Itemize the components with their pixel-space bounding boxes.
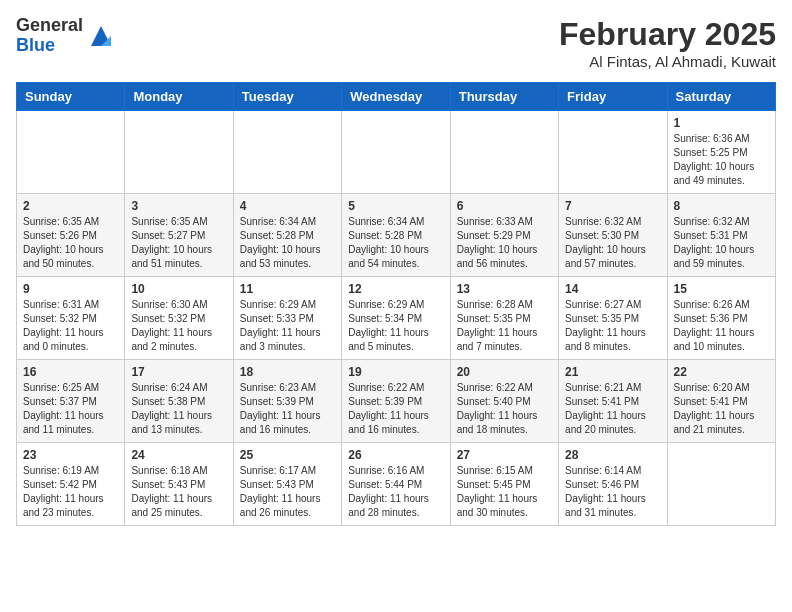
calendar-cell: 7Sunrise: 6:32 AM Sunset: 5:30 PM Daylig… — [559, 194, 667, 277]
day-number: 5 — [348, 199, 443, 213]
month-title: February 2025 — [559, 16, 776, 53]
day-info: Sunrise: 6:32 AM Sunset: 5:31 PM Dayligh… — [674, 215, 769, 271]
day-info: Sunrise: 6:34 AM Sunset: 5:28 PM Dayligh… — [240, 215, 335, 271]
day-info: Sunrise: 6:26 AM Sunset: 5:36 PM Dayligh… — [674, 298, 769, 354]
day-info: Sunrise: 6:35 AM Sunset: 5:26 PM Dayligh… — [23, 215, 118, 271]
calendar-cell: 23Sunrise: 6:19 AM Sunset: 5:42 PM Dayli… — [17, 443, 125, 526]
day-number: 21 — [565, 365, 660, 379]
day-info: Sunrise: 6:32 AM Sunset: 5:30 PM Dayligh… — [565, 215, 660, 271]
day-number: 15 — [674, 282, 769, 296]
day-info: Sunrise: 6:24 AM Sunset: 5:38 PM Dayligh… — [131, 381, 226, 437]
week-row-2: 9Sunrise: 6:31 AM Sunset: 5:32 PM Daylig… — [17, 277, 776, 360]
calendar-cell: 27Sunrise: 6:15 AM Sunset: 5:45 PM Dayli… — [450, 443, 558, 526]
day-info: Sunrise: 6:15 AM Sunset: 5:45 PM Dayligh… — [457, 464, 552, 520]
day-number: 28 — [565, 448, 660, 462]
day-info: Sunrise: 6:17 AM Sunset: 5:43 PM Dayligh… — [240, 464, 335, 520]
calendar-cell — [17, 111, 125, 194]
calendar-cell — [559, 111, 667, 194]
day-info: Sunrise: 6:30 AM Sunset: 5:32 PM Dayligh… — [131, 298, 226, 354]
col-header-thursday: Thursday — [450, 83, 558, 111]
calendar-cell: 16Sunrise: 6:25 AM Sunset: 5:37 PM Dayli… — [17, 360, 125, 443]
calendar-cell — [667, 443, 775, 526]
calendar-cell: 9Sunrise: 6:31 AM Sunset: 5:32 PM Daylig… — [17, 277, 125, 360]
calendar-cell — [233, 111, 341, 194]
day-info: Sunrise: 6:19 AM Sunset: 5:42 PM Dayligh… — [23, 464, 118, 520]
day-number: 11 — [240, 282, 335, 296]
day-info: Sunrise: 6:27 AM Sunset: 5:35 PM Dayligh… — [565, 298, 660, 354]
calendar-cell — [125, 111, 233, 194]
calendar-cell: 5Sunrise: 6:34 AM Sunset: 5:28 PM Daylig… — [342, 194, 450, 277]
day-info: Sunrise: 6:18 AM Sunset: 5:43 PM Dayligh… — [131, 464, 226, 520]
day-number: 22 — [674, 365, 769, 379]
day-info: Sunrise: 6:36 AM Sunset: 5:25 PM Dayligh… — [674, 132, 769, 188]
day-number: 17 — [131, 365, 226, 379]
week-row-4: 23Sunrise: 6:19 AM Sunset: 5:42 PM Dayli… — [17, 443, 776, 526]
calendar-cell: 25Sunrise: 6:17 AM Sunset: 5:43 PM Dayli… — [233, 443, 341, 526]
day-info: Sunrise: 6:21 AM Sunset: 5:41 PM Dayligh… — [565, 381, 660, 437]
col-header-tuesday: Tuesday — [233, 83, 341, 111]
day-info: Sunrise: 6:31 AM Sunset: 5:32 PM Dayligh… — [23, 298, 118, 354]
calendar-cell — [450, 111, 558, 194]
day-number: 14 — [565, 282, 660, 296]
calendar-cell: 4Sunrise: 6:34 AM Sunset: 5:28 PM Daylig… — [233, 194, 341, 277]
calendar-cell: 3Sunrise: 6:35 AM Sunset: 5:27 PM Daylig… — [125, 194, 233, 277]
calendar-cell: 15Sunrise: 6:26 AM Sunset: 5:36 PM Dayli… — [667, 277, 775, 360]
week-row-3: 16Sunrise: 6:25 AM Sunset: 5:37 PM Dayli… — [17, 360, 776, 443]
col-header-saturday: Saturday — [667, 83, 775, 111]
day-info: Sunrise: 6:16 AM Sunset: 5:44 PM Dayligh… — [348, 464, 443, 520]
day-info: Sunrise: 6:20 AM Sunset: 5:41 PM Dayligh… — [674, 381, 769, 437]
day-info: Sunrise: 6:35 AM Sunset: 5:27 PM Dayligh… — [131, 215, 226, 271]
page-header: General Blue February 2025 Al Fintas, Al… — [16, 16, 776, 70]
calendar-cell: 2Sunrise: 6:35 AM Sunset: 5:26 PM Daylig… — [17, 194, 125, 277]
calendar-cell: 8Sunrise: 6:32 AM Sunset: 5:31 PM Daylig… — [667, 194, 775, 277]
week-row-1: 2Sunrise: 6:35 AM Sunset: 5:26 PM Daylig… — [17, 194, 776, 277]
day-number: 10 — [131, 282, 226, 296]
day-number: 24 — [131, 448, 226, 462]
day-number: 2 — [23, 199, 118, 213]
day-info: Sunrise: 6:33 AM Sunset: 5:29 PM Dayligh… — [457, 215, 552, 271]
calendar-cell: 6Sunrise: 6:33 AM Sunset: 5:29 PM Daylig… — [450, 194, 558, 277]
day-number: 19 — [348, 365, 443, 379]
calendar-cell: 17Sunrise: 6:24 AM Sunset: 5:38 PM Dayli… — [125, 360, 233, 443]
day-info: Sunrise: 6:23 AM Sunset: 5:39 PM Dayligh… — [240, 381, 335, 437]
calendar-cell: 12Sunrise: 6:29 AM Sunset: 5:34 PM Dayli… — [342, 277, 450, 360]
week-row-0: 1Sunrise: 6:36 AM Sunset: 5:25 PM Daylig… — [17, 111, 776, 194]
day-number: 13 — [457, 282, 552, 296]
col-header-wednesday: Wednesday — [342, 83, 450, 111]
calendar-cell: 28Sunrise: 6:14 AM Sunset: 5:46 PM Dayli… — [559, 443, 667, 526]
logo-blue: Blue — [16, 36, 83, 56]
calendar-cell: 21Sunrise: 6:21 AM Sunset: 5:41 PM Dayli… — [559, 360, 667, 443]
calendar-cell: 22Sunrise: 6:20 AM Sunset: 5:41 PM Dayli… — [667, 360, 775, 443]
day-number: 3 — [131, 199, 226, 213]
day-info: Sunrise: 6:29 AM Sunset: 5:33 PM Dayligh… — [240, 298, 335, 354]
calendar-cell: 20Sunrise: 6:22 AM Sunset: 5:40 PM Dayli… — [450, 360, 558, 443]
day-info: Sunrise: 6:34 AM Sunset: 5:28 PM Dayligh… — [348, 215, 443, 271]
day-number: 7 — [565, 199, 660, 213]
logo-text: General Blue — [16, 16, 83, 56]
day-number: 12 — [348, 282, 443, 296]
calendar-cell: 26Sunrise: 6:16 AM Sunset: 5:44 PM Dayli… — [342, 443, 450, 526]
day-info: Sunrise: 6:22 AM Sunset: 5:39 PM Dayligh… — [348, 381, 443, 437]
calendar-header-row: SundayMondayTuesdayWednesdayThursdayFrid… — [17, 83, 776, 111]
calendar-cell: 11Sunrise: 6:29 AM Sunset: 5:33 PM Dayli… — [233, 277, 341, 360]
day-info: Sunrise: 6:28 AM Sunset: 5:35 PM Dayligh… — [457, 298, 552, 354]
calendar-cell: 24Sunrise: 6:18 AM Sunset: 5:43 PM Dayli… — [125, 443, 233, 526]
day-number: 18 — [240, 365, 335, 379]
calendar-cell: 1Sunrise: 6:36 AM Sunset: 5:25 PM Daylig… — [667, 111, 775, 194]
day-number: 9 — [23, 282, 118, 296]
day-number: 20 — [457, 365, 552, 379]
calendar-cell: 13Sunrise: 6:28 AM Sunset: 5:35 PM Dayli… — [450, 277, 558, 360]
day-info: Sunrise: 6:25 AM Sunset: 5:37 PM Dayligh… — [23, 381, 118, 437]
day-number: 23 — [23, 448, 118, 462]
day-info: Sunrise: 6:14 AM Sunset: 5:46 PM Dayligh… — [565, 464, 660, 520]
day-number: 27 — [457, 448, 552, 462]
day-number: 25 — [240, 448, 335, 462]
calendar-cell: 19Sunrise: 6:22 AM Sunset: 5:39 PM Dayli… — [342, 360, 450, 443]
day-number: 4 — [240, 199, 335, 213]
logo: General Blue — [16, 16, 115, 56]
day-info: Sunrise: 6:22 AM Sunset: 5:40 PM Dayligh… — [457, 381, 552, 437]
col-header-monday: Monday — [125, 83, 233, 111]
day-number: 1 — [674, 116, 769, 130]
calendar-cell — [342, 111, 450, 194]
location-subtitle: Al Fintas, Al Ahmadi, Kuwait — [559, 53, 776, 70]
